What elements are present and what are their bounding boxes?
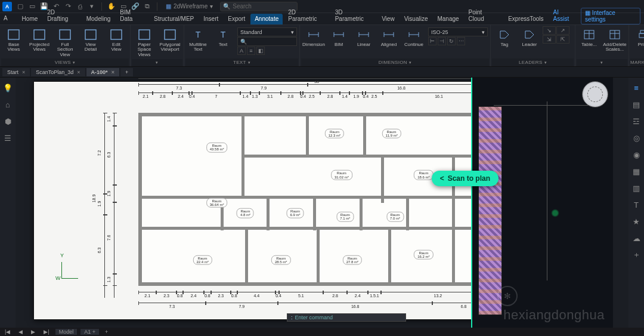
leader-style4-icon[interactable]: ⇱ (556, 35, 569, 44)
print-button[interactable]: Print (630, 26, 644, 48)
home-icon[interactable]: ⌂ (2, 99, 13, 110)
nav-first-button[interactable]: |◀ (2, 329, 13, 335)
doc-tab[interactable]: A-100*× (86, 68, 119, 76)
view-cube[interactable] (582, 81, 608, 107)
plus-icon[interactable]: ＋ (631, 249, 642, 260)
close-icon[interactable]: × (112, 69, 114, 75)
base-views-button[interactable]: BaseViews (1, 26, 26, 54)
sliders-icon[interactable]: ≡ (631, 82, 642, 93)
viewport-2d[interactable]: 7.37.916.8 2.12.82.40.471.41.33.12.80.42… (16, 78, 628, 328)
layout-tab[interactable]: A1 + (80, 329, 99, 335)
status-bar: |◀ ◀ ▶ ▶| Model A1 + + (0, 328, 644, 336)
cube-icon[interactable]: ⬢ (2, 116, 13, 127)
more-icon[interactable]: ▾ (87, 2, 97, 11)
menu-item-view[interactable]: View (377, 14, 399, 24)
balloon-icon[interactable]: ◎ (631, 132, 642, 143)
room-label: Raum18.6 m² (414, 170, 433, 180)
close-icon[interactable]: × (77, 69, 80, 75)
menu-item-2d-parametric[interactable]: 2D Parametric (284, 7, 329, 24)
scan-to-plan-button[interactable]: < Scan to plan (432, 171, 499, 186)
text-justify-icon[interactable]: ≡ (247, 47, 255, 55)
menu-item-modeling[interactable]: Modeling (82, 14, 115, 24)
menu-item-export[interactable]: Export (224, 14, 249, 24)
expand-icon[interactable]: ▾ (544, 60, 547, 65)
dimension-button[interactable]: Dimension (301, 26, 326, 48)
command-line[interactable]: : Enter command (287, 313, 406, 322)
menu-item-2d-drafting[interactable]: 2D Drafting (43, 7, 80, 24)
linear-button[interactable]: Linear (351, 26, 376, 48)
hand-icon[interactable]: ✋ (107, 2, 116, 11)
doc-tab[interactable]: Start× (2, 68, 30, 76)
expand-icon[interactable]: ▾ (600, 60, 603, 65)
menu-item-expresstools[interactable]: ExpressTools (504, 14, 547, 24)
leader-button[interactable]: Leader (517, 26, 542, 48)
close-icon[interactable]: × (22, 69, 25, 75)
expand-icon[interactable]: ▾ (156, 60, 158, 65)
add-layout-button[interactable]: + (103, 329, 110, 335)
expand-icon[interactable]: ▾ (409, 60, 411, 65)
dim-ovr-icon[interactable]: ⋯ (457, 37, 465, 45)
text-color-icon[interactable]: ◧ (256, 47, 265, 55)
model-tab[interactable]: Model (55, 329, 78, 335)
new-icon[interactable]: ▢ (16, 2, 25, 11)
menu-item-3d-parametric[interactable]: 3D Parametric (331, 7, 376, 24)
table-button[interactable]: Table... (577, 26, 602, 48)
add-delete-scales-button[interactable]: Add/DeleteScales... (602, 26, 627, 54)
dim-style-select[interactable]: ISO-25▾ (428, 27, 488, 36)
polygonal-viewport-button[interactable]: PolygonalViewport (157, 26, 182, 54)
watermark-icon: ✻ (497, 286, 518, 306)
lightbulb-icon[interactable]: 💡 (2, 82, 13, 93)
text-find-input[interactable]: 🔍 (237, 37, 297, 46)
menu-item-point-cloud[interactable]: Point Cloud (465, 7, 503, 24)
app-icon[interactable]: A (2, 2, 12, 11)
leader-style1-icon[interactable]: ↘ (543, 26, 556, 35)
viewport-3d-scan[interactable] (471, 78, 613, 328)
menu-item-manage[interactable]: Manage (433, 14, 463, 24)
continue-button[interactable]: Continue (401, 26, 426, 48)
projected-views-button[interactable]: ProjectedViews (27, 26, 52, 54)
menu-item-annotate[interactable]: Annotate (250, 14, 283, 24)
text-button[interactable]: TText (210, 26, 236, 54)
interface-settings-button[interactable]: ▦ Interface settings (581, 8, 640, 24)
expand-icon[interactable]: ▾ (73, 60, 75, 65)
tag-button[interactable]: Tag (492, 26, 517, 48)
menu-item-ai-assist[interactable]: AI Assist (549, 7, 580, 24)
text-style-select[interactable]: Standard▾ (237, 27, 297, 36)
menu-item-home[interactable]: Home (18, 14, 42, 24)
new-doc-button[interactable]: + (120, 68, 133, 76)
menu-item-structural-mep[interactable]: Structural/MEP (150, 14, 198, 24)
nav-last-button[interactable]: ▶| (41, 329, 51, 335)
star-icon[interactable]: ★ (631, 216, 642, 227)
target-icon[interactable]: ◉ (631, 149, 642, 160)
palette-icon[interactable]: ▤ (631, 99, 642, 110)
nav-prev-button[interactable]: ◀ (16, 329, 25, 335)
paper-space-views-button[interactable]: Paper SpaceViews (132, 26, 157, 58)
bim-button[interactable]: BIM (326, 26, 351, 48)
text-height-icon[interactable]: A (237, 47, 246, 55)
view-detail-button[interactable]: ViewDetail (78, 26, 103, 54)
cloud-icon[interactable]: ☁ (631, 233, 642, 243)
menu-item-visualize[interactable]: Visualize (400, 14, 432, 24)
aligned-button[interactable]: Aligned (376, 26, 401, 48)
dim-break-icon[interactable]: ⊢ (428, 37, 436, 45)
expand-icon[interactable]: ▾ (248, 60, 250, 65)
text-icon[interactable]: T (631, 199, 642, 210)
nav-next-button[interactable]: ▶ (29, 329, 38, 335)
edit-view-button[interactable]: EditView (104, 26, 129, 54)
leader-style2-icon[interactable]: ↗ (556, 26, 569, 35)
menu-item-insert[interactable]: Insert (199, 14, 222, 24)
leader-style3-icon[interactable]: ⇲ (543, 35, 556, 44)
layers2-icon[interactable]: ☲ (631, 116, 642, 127)
blocks-icon[interactable]: ▥ (631, 183, 642, 193)
grid-icon[interactable]: ▦ (631, 166, 642, 177)
app-menu-icon[interactable]: A (4, 15, 14, 24)
dim-update-icon[interactable]: ↻ (447, 37, 456, 45)
full-section-view-button[interactable]: Full SectionView (52, 26, 78, 58)
multiline-text-button[interactable]: TMultilineText (185, 26, 210, 54)
dim-space-icon[interactable]: ⊣ (438, 37, 446, 45)
menu-item-bim-data[interactable]: BIM Data (116, 7, 148, 24)
doc-tab[interactable]: ScanToPlan_3d× (31, 68, 85, 76)
layers-icon[interactable]: ☰ (2, 132, 13, 143)
open-icon[interactable]: ▭ (27, 2, 37, 11)
workspace-badge[interactable]: ▦ 2dWireframe ▾ (162, 2, 216, 10)
